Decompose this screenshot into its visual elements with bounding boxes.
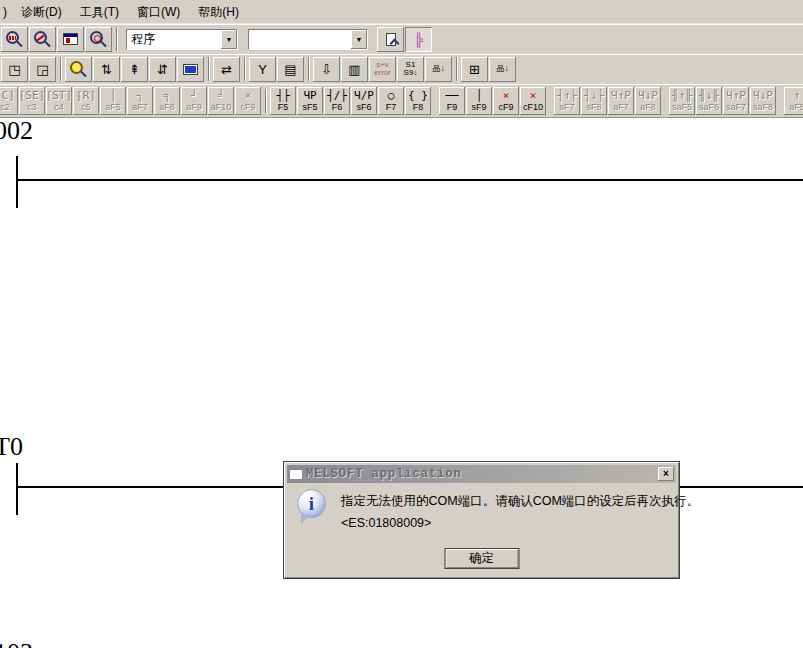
ladder-symbol-glyph: ┘: [191, 90, 198, 102]
project-data-list-icon[interactable]: ╠: [405, 27, 432, 52]
device-find-icon[interactable]: [65, 57, 92, 82]
ladder-btn-aF8[interactable]: Ч↓РaF8: [635, 87, 661, 115]
list-down-icon[interactable]: 品↓: [489, 57, 516, 82]
ladder-btn-aF7[interactable]: Ч↑РaF7: [608, 87, 634, 115]
ladder-btn-c2[interactable]: [C]c2: [0, 87, 18, 115]
monitor-condition-setup-icon[interactable]: [85, 27, 112, 52]
function-key-label: aF7: [613, 102, 629, 112]
info-icon: i: [297, 489, 326, 518]
ladder-btn-aF8[interactable]: ╕aF8: [154, 87, 180, 115]
ladder-btn-sF6[interactable]: Ч/РsF6: [351, 87, 377, 115]
function-key-label: saF5: [672, 102, 692, 112]
monitor-write-mode-icon[interactable]: [57, 27, 84, 52]
function-key-label: saF8: [753, 102, 773, 112]
ladder-btn-c4[interactable]: [ST]c4: [46, 87, 72, 115]
ladder-btn-saF5[interactable]: ╢↑╟saF5: [669, 87, 695, 115]
error-jump-icon-glyph: s+v error: [372, 61, 394, 77]
menu-item-2[interactable]: 工具(T): [71, 1, 128, 24]
menu-item-0[interactable]: ): [2, 2, 12, 22]
function-key-label: cF9: [240, 102, 255, 112]
monitor-icon-group: [1, 27, 113, 52]
ladder-btn-sF7[interactable]: ┤↑├sF7: [554, 87, 580, 115]
ladder-symbol-glyph: ×: [245, 90, 252, 102]
comment-display-icon-glyph: [386, 33, 396, 46]
ladder-btn-saF6[interactable]: ╢↓╟saF6: [696, 87, 722, 115]
ladder-symbol-glyph: [R]: [76, 90, 96, 102]
chevron-down-icon[interactable]: ▼: [351, 30, 367, 49]
screen-expand-icon[interactable]: ◲: [29, 57, 56, 82]
ladder-btn-saF7[interactable]: Ч↑РsaF7: [723, 87, 749, 115]
ladder-btn-c5[interactable]: [R]c5: [73, 87, 99, 115]
ladder-edit-area[interactable]: 002 T0 103 MELSOFT application × i 指定无法使…: [0, 118, 803, 648]
step-run-icon[interactable]: S1 S9↓: [397, 57, 424, 82]
edit-block-icon[interactable]: ⇵: [149, 57, 176, 82]
ladder-btn-sF5[interactable]: ЧРsF5: [297, 87, 323, 115]
ladder-btn-cF10[interactable]: ×cF10: [520, 87, 546, 115]
dialog-message: 指定无法使用的COM端口。请确认COM端口的设定后再次执行。: [341, 493, 699, 510]
menu-bar: )诊断(D)工具(T)窗口(W)帮助(H): [0, 0, 803, 24]
function-key-label: aF5: [105, 102, 121, 112]
convert-icon[interactable]: ⇄: [213, 57, 240, 82]
dialog-title: MELSOFT application: [306, 467, 655, 481]
function-key-label: aF9: [186, 102, 202, 112]
ladder-btn-aF5[interactable]: ↑aF5: [784, 87, 803, 115]
menu-item-3[interactable]: 窗口(W): [128, 1, 189, 24]
ladder-btn-aF9[interactable]: ┘aF9: [181, 87, 207, 115]
ladder-symbol-glyph: ↑: [794, 90, 801, 102]
ok-button[interactable]: 确定: [444, 548, 519, 569]
dialog-title-bar[interactable]: MELSOFT application ×: [287, 465, 676, 483]
delete-row-icon[interactable]: ⇞: [121, 57, 148, 82]
ladder-symbol-glyph: Ч↑Р: [611, 90, 631, 102]
comment-display-icon[interactable]: [377, 27, 404, 52]
error-jump-icon[interactable]: s+v error: [369, 57, 396, 82]
toolbar-area: )诊断(D)工具(T)窗口(W)帮助(H) 程序 ▼ ▼ ╠ ◳◲⇅⇞⇵⇄Y▤⇩…: [0, 0, 803, 118]
device-comment-icon[interactable]: [177, 57, 204, 82]
write-to-plc-icon[interactable]: ⇩: [313, 57, 340, 82]
function-key-label: aF5: [789, 102, 803, 112]
program-type-combo[interactable]: 程序 ▼: [126, 29, 238, 50]
ladder-btn-F7[interactable]: ○F7: [378, 87, 404, 115]
ladder-btn-c3[interactable]: [SE]c3: [19, 87, 45, 115]
ladder-btn-F5[interactable]: ┤├F5: [270, 87, 296, 115]
ladder-symbol-glyph: ╕: [164, 90, 171, 102]
ladder-symbol-icon[interactable]: Y: [249, 57, 276, 82]
monitor-stop-icon[interactable]: [29, 27, 56, 52]
ladder-btn-aF10[interactable]: ╛aF10: [208, 87, 234, 115]
close-icon[interactable]: ×: [658, 467, 674, 481]
menu-item-1[interactable]: 诊断(D): [12, 1, 71, 24]
window-cascade-icon[interactable]: ▥: [341, 57, 368, 82]
data-list-icon[interactable]: 品↓: [425, 57, 452, 82]
ladder-btn-cF9[interactable]: ×cF9: [235, 87, 261, 115]
insert-row-icon[interactable]: ⇅: [93, 57, 120, 82]
ladder-btn-sF9[interactable]: │sF9: [466, 87, 492, 115]
data-list-icon-glyph: 品↓: [428, 65, 450, 73]
all-windows-icon[interactable]: ⊞: [461, 57, 488, 82]
ladder-btn-F8[interactable]: { }F8: [405, 87, 431, 115]
chevron-down-icon[interactable]: ▼: [221, 30, 237, 49]
ladder-symbol-glyph: { }: [408, 90, 428, 102]
delete-row-icon-glyph: ⇞: [129, 63, 140, 76]
ladder-btn-aF7[interactable]: ┐aF7: [127, 87, 153, 115]
ladder-btn-sF8[interactable]: ┤↓├sF8: [581, 87, 607, 115]
ladder-btn-F9[interactable]: ──F9: [439, 87, 465, 115]
ladder-btn-F6[interactable]: ┤/├F6: [324, 87, 350, 115]
function-key-label: cF9: [498, 102, 513, 112]
ladder-btn-cF9[interactable]: ×cF9: [493, 87, 519, 115]
program-verify-icon[interactable]: ▤: [277, 57, 304, 82]
ladder-symbol-glyph: ЧР: [303, 90, 316, 102]
function-key-label: c3: [27, 102, 37, 112]
device-name-combo[interactable]: ▼: [248, 29, 368, 50]
function-key-label: sF6: [356, 102, 371, 112]
ladder-btn-saF8[interactable]: Ч↓РsaF8: [750, 87, 776, 115]
menu-item-4[interactable]: 帮助(H): [189, 1, 248, 24]
ladder-symbol-glyph: Ч↑Р: [726, 90, 746, 102]
screen-shrink-icon[interactable]: ◳: [1, 57, 28, 82]
monitor-mode-icon-glyph: [6, 31, 19, 44]
ladder-symbol-toolbar: [C]c2[SE]c3[ST]c4[R]c5│aF5┐aF7╕aF8┘aF9╛a…: [0, 84, 803, 117]
monitor-mode-icon[interactable]: [1, 27, 28, 52]
ladder-btn-aF5[interactable]: │aF5: [100, 87, 126, 115]
function-key-label: sF9: [471, 102, 486, 112]
program-type-value: 程序: [127, 30, 221, 49]
ladder-symbol-glyph: Ч/Р: [354, 90, 374, 102]
screen-shrink-icon-glyph: ◳: [8, 63, 20, 76]
